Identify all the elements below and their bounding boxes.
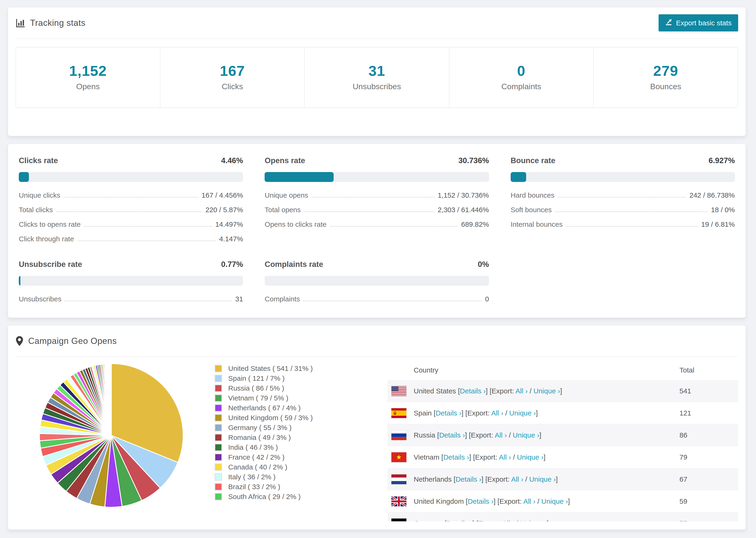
details-link[interactable]: Details › <box>468 497 494 505</box>
table-row: Netherlands [Details ›] [Export: All › /… <box>387 468 738 490</box>
section-title: Campaign Geo Opens <box>28 336 117 346</box>
geo-table: Country Total United States [Details ›] … <box>387 360 738 521</box>
metric-rows: Unique clicks 167 / 4.456% Total clicks … <box>19 191 243 243</box>
metric-value: 1,152 / 30.736% <box>434 191 489 199</box>
country-name: Russia <box>414 431 435 439</box>
details-link[interactable]: Details › <box>447 519 472 521</box>
metric-value: 19 / 6.81% <box>698 220 735 228</box>
export-unique-link[interactable]: Unique › <box>541 497 568 505</box>
details-link[interactable]: Details › <box>436 409 461 417</box>
rate-panel: Complaints rate 0% Complaints 0 <box>265 260 489 303</box>
stats-row: 1,152 Opens 167 Clicks 31 Unsubscribes 0… <box>16 47 738 108</box>
legend-swatch <box>215 473 222 481</box>
table-row: Russia [Details ›] [Export: All › / Uniq… <box>387 424 738 446</box>
stat-value: 167 <box>160 62 304 79</box>
rate-panel-head: Opens rate 30.736% <box>265 156 489 165</box>
export-all-link[interactable]: All › <box>523 497 536 505</box>
export-unique-link[interactable]: Unique › <box>509 409 536 417</box>
tracking-stats-card: Tracking stats Export basic stats 1,152 … <box>8 7 746 136</box>
gb-flag-icon <box>391 496 406 507</box>
rate-panel: Bounce rate 6.927% Hard bounces 242 / 86… <box>511 156 735 243</box>
legend-item: Romania ( 49 / 3% ) <box>215 433 379 443</box>
metric-row: Complaints 0 <box>265 295 489 303</box>
metric-value: 4.147% <box>216 235 243 243</box>
bar-chart-icon <box>16 18 26 28</box>
details-link[interactable]: Details › <box>456 475 481 483</box>
geo-header: Campaign Geo Opens <box>16 325 738 357</box>
legend-label: Netherlands ( 67 / 4% ) <box>228 404 300 412</box>
total-cell: 67 <box>679 475 738 483</box>
export-all-link[interactable]: All › <box>495 431 507 439</box>
legend-item: Vietnam ( 79 / 5% ) <box>215 393 379 403</box>
metric-row: Internal bounces 19 / 6.81% <box>511 220 735 228</box>
legend-swatch <box>215 444 222 451</box>
metric-value: 167 / 4.456% <box>198 191 243 199</box>
progress-track <box>265 276 489 286</box>
details-link[interactable]: Details › <box>460 387 486 395</box>
metric-value: 0 <box>482 295 489 303</box>
legend-item: Spain ( 121 / 7% ) <box>215 373 379 383</box>
details-link[interactable]: Details › <box>443 453 469 461</box>
legend-item: Italy ( 36 / 2% ) <box>215 472 379 482</box>
metric-label: Total opens <box>265 206 304 214</box>
stat-value: 1,152 <box>16 62 160 79</box>
metric-label: Complaints <box>265 295 303 303</box>
pie-slice[interactable] <box>111 364 111 435</box>
legend-swatch <box>215 375 222 382</box>
stat-box: 279 Bounces <box>593 47 738 108</box>
export-basic-stats-button[interactable]: Export basic stats <box>659 14 738 31</box>
es-flag-icon <box>391 408 406 418</box>
progress-fill <box>265 172 334 182</box>
country-name: Vietnam <box>414 453 440 461</box>
legend-swatch <box>215 463 222 471</box>
export-all-link[interactable]: All › <box>511 475 523 483</box>
legend-swatch <box>215 414 222 422</box>
total-column-header: Total <box>679 366 738 374</box>
metric-label: Internal bounces <box>511 220 566 228</box>
legend-item: Brazil ( 33 / 2% ) <box>215 482 379 492</box>
legend-label: Brazil ( 33 / 2% ) <box>228 483 280 491</box>
details-link[interactable]: Details › <box>439 431 465 439</box>
export-unique-link[interactable]: Unique › <box>520 519 547 521</box>
metric-value: 242 / 86.738% <box>686 191 735 199</box>
country-column-header: Country <box>387 366 679 374</box>
metric-value: 2,303 / 61.446% <box>434 206 489 214</box>
legend-label: Germany ( 55 / 3% ) <box>228 424 292 432</box>
vn-flag-icon <box>391 452 406 462</box>
stat-value: 31 <box>305 62 449 79</box>
rate-panel: Opens rate 30.736% Unique opens 1,152 / … <box>265 156 489 243</box>
table-row: Vietnam [Details ›] [Export: All › / Uni… <box>387 446 738 468</box>
stat-label: Unsubscribes <box>305 82 449 91</box>
country-name: Netherlands <box>414 475 452 483</box>
rate-panel-head: Clicks rate 4.46% <box>19 156 243 165</box>
table-row: United States [Details ›] [Export: All ›… <box>387 380 738 402</box>
dotted-leader <box>56 211 202 212</box>
legend-label: United Kingdom ( 59 / 3% ) <box>228 414 313 422</box>
export-unique-link[interactable]: Unique › <box>533 387 560 395</box>
legend-swatch <box>215 385 222 392</box>
legend-item: India ( 46 / 3% ) <box>215 443 379 452</box>
rate-panel-title: Opens rate <box>265 156 305 165</box>
metric-value: 220 / 5.87% <box>202 206 243 214</box>
export-all-link[interactable]: All › <box>499 453 511 461</box>
rate-panel-value: 6.927% <box>709 156 735 165</box>
stat-label: Complaints <box>449 82 593 91</box>
metric-label: Click through rate <box>19 235 77 243</box>
country-cell: United Kingdom [Details ›] [Export: All … <box>414 497 679 506</box>
rate-panel-head: Bounce rate 6.927% <box>511 156 735 165</box>
total-cell: 121 <box>679 409 738 417</box>
export-all-link[interactable]: All › <box>491 409 503 417</box>
legend-swatch <box>215 404 222 412</box>
export-unique-link[interactable]: Unique › <box>529 475 556 483</box>
export-unique-link[interactable]: Unique › <box>513 431 539 439</box>
table-row: Germany [Details ›] [Export: All › / Uni… <box>387 512 738 521</box>
nl-flag-icon <box>391 474 406 484</box>
legend-label: Russia ( 86 / 5% ) <box>228 384 284 392</box>
metric-row: Soft bounces 18 / 0% <box>511 206 735 214</box>
export-unique-link[interactable]: Unique › <box>517 453 544 461</box>
metric-label: Unique opens <box>265 191 311 199</box>
export-all-link[interactable]: All › <box>515 387 528 395</box>
progress-fill <box>19 172 29 182</box>
legend-swatch <box>215 365 222 372</box>
export-all-link[interactable]: All › <box>502 519 514 521</box>
